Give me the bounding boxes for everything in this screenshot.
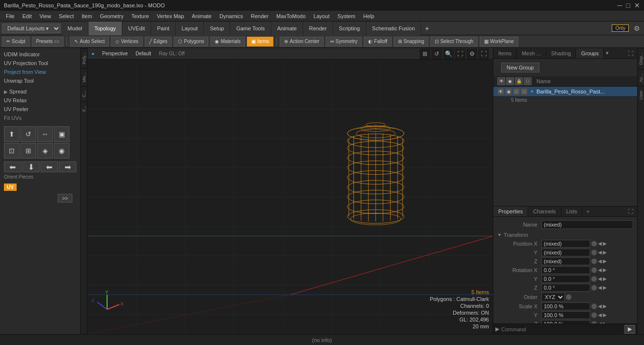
- unwrap-tool[interactable]: Unwrap Tool: [0, 76, 80, 85]
- close-button[interactable]: ✕: [634, 1, 640, 9]
- viewport-ctrl-5[interactable]: ⚙: [466, 48, 477, 59]
- position-y-input[interactable]: [541, 249, 590, 256]
- command-input[interactable]: [501, 326, 624, 332]
- symmetry-button[interactable]: ⇔ Symmetry: [326, 37, 362, 46]
- vtab-poly[interactable]: Poly...: [81, 48, 87, 68]
- scale-x-right[interactable]: ▶: [603, 303, 607, 309]
- rotation-y-left[interactable]: ◀: [598, 276, 602, 281]
- vtab-c[interactable]: C...: [81, 86, 87, 101]
- rotation-y-right[interactable]: ▶: [603, 276, 607, 281]
- menu-edit[interactable]: Edit: [19, 12, 36, 20]
- item-row-barilla[interactable]: 👁 ◉ □ □ + Barilla_Pesto_Rosso_Past...: [493, 87, 637, 97]
- uv-relax[interactable]: UV Relax: [0, 96, 80, 105]
- tab-layout[interactable]: Layout: [176, 22, 204, 35]
- item-icon-1[interactable]: 👁: [497, 88, 504, 95]
- polygons-button[interactable]: ⬡ Polygons: [174, 37, 208, 46]
- tab-topology[interactable]: Topology: [89, 22, 122, 35]
- rotation-y-input[interactable]: [541, 275, 590, 283]
- item-icon-3[interactable]: □: [513, 88, 520, 95]
- minimize-button[interactable]: ─: [618, 1, 622, 9]
- presets-button[interactable]: Presets F6: [32, 37, 64, 46]
- props-tab-lists[interactable]: Lists: [561, 207, 583, 216]
- tab-paint[interactable]: Paint: [151, 22, 176, 35]
- tool-icon-6[interactable]: ⊞: [21, 143, 36, 159]
- vtab-f[interactable]: F...: [81, 101, 87, 115]
- edges-button[interactable]: ╱ Edges: [145, 37, 172, 46]
- rotation-z-input[interactable]: [541, 284, 590, 292]
- scale-y-right[interactable]: ▶: [603, 312, 607, 318]
- position-y-left[interactable]: ◀: [598, 250, 602, 255]
- menu-texture[interactable]: Texture: [128, 12, 153, 20]
- viewport-ctrl-3[interactable]: 🔍: [443, 48, 454, 59]
- add-tab-button[interactable]: +: [421, 22, 433, 35]
- rotation-x-left[interactable]: ◀: [598, 267, 602, 273]
- rotation-x-input[interactable]: [541, 266, 590, 274]
- tab-shading[interactable]: Shading: [546, 48, 576, 58]
- menu-view[interactable]: View: [36, 12, 55, 20]
- rotation-z-dot[interactable]: [591, 285, 597, 291]
- position-z-input[interactable]: [541, 257, 590, 265]
- menu-select[interactable]: Select: [55, 12, 78, 20]
- snapping-button[interactable]: ⊞ Snapping: [394, 37, 428, 46]
- position-y-right[interactable]: ▶: [603, 250, 607, 255]
- position-z-right[interactable]: ▶: [603, 258, 607, 264]
- rotation-y-dot[interactable]: [591, 276, 597, 282]
- vtab-disp[interactable]: Disp...: [638, 48, 644, 69]
- col-icon-render[interactable]: ◉: [506, 77, 514, 85]
- menu-render[interactable]: Render: [247, 12, 272, 20]
- more-button[interactable]: >>: [58, 194, 72, 203]
- scale-y-dot[interactable]: [591, 312, 597, 318]
- viewport-ctrl-4[interactable]: ⛶: [455, 48, 466, 59]
- props-expand[interactable]: ⛶: [624, 207, 637, 216]
- panel-tab-dropdown[interactable]: ▾: [604, 48, 611, 58]
- viewport-ctrl-6[interactable]: ⛶: [478, 48, 489, 59]
- props-tab-channels[interactable]: Channels: [528, 207, 561, 216]
- menu-animate[interactable]: Animate: [188, 12, 215, 20]
- tool-icon-8[interactable]: ◉: [54, 143, 69, 159]
- col-icon-eye[interactable]: 👁: [497, 77, 505, 85]
- tool-icon-5[interactable]: ⊡: [4, 143, 20, 159]
- rotation-z-left[interactable]: ◀: [598, 285, 602, 290]
- tab-model[interactable]: Model: [62, 22, 89, 35]
- project-from-view[interactable]: Project from View: [0, 68, 80, 76]
- scale-x-dot[interactable]: [591, 303, 597, 309]
- tab-scripting[interactable]: Scripting: [333, 22, 366, 35]
- position-y-dot[interactable]: [591, 250, 597, 255]
- menu-file[interactable]: File: [2, 12, 19, 20]
- props-tab-add[interactable]: +: [584, 207, 591, 216]
- scale-z-input[interactable]: [541, 320, 590, 324]
- orient-up[interactable]: ➡: [59, 161, 77, 172]
- auto-select-button[interactable]: ↖ Auto Select: [70, 37, 109, 46]
- viewport-ctrl-1[interactable]: ⊞: [420, 48, 430, 59]
- menu-vertex-map[interactable]: Vertex Map: [153, 12, 188, 20]
- tool-icon-4[interactable]: ▣: [54, 126, 69, 142]
- vertices-button[interactable]: ◇ Vertices: [111, 37, 143, 46]
- position-z-dot[interactable]: [591, 258, 597, 264]
- tab-game-tools[interactable]: Game Tools: [230, 22, 271, 35]
- tab-setup[interactable]: Setup: [204, 22, 230, 35]
- viewport[interactable]: ● Perspective Default Ray GL: Off ⊞ ↺ 🔍 …: [88, 48, 493, 334]
- tool-icon-7[interactable]: ◈: [37, 143, 53, 159]
- maximize-button[interactable]: □: [626, 1, 630, 9]
- select-through-button[interactable]: ⊡ Select Through: [430, 37, 478, 46]
- viewport-ctrl-2[interactable]: ↺: [431, 48, 442, 59]
- menu-item[interactable]: Item: [78, 12, 96, 20]
- falloff-button[interactable]: ◐ Falloff: [364, 37, 392, 46]
- tab-items[interactable]: Items: [493, 48, 517, 58]
- tab-animate[interactable]: Animate: [271, 22, 303, 35]
- tab-render[interactable]: Render: [303, 22, 333, 35]
- workplane-button[interactable]: ▦ WorkPlane: [480, 37, 518, 46]
- orient-down[interactable]: ⬇: [22, 161, 40, 172]
- scale-x-left[interactable]: ◀: [598, 303, 602, 309]
- item-icon-add[interactable]: +: [529, 88, 535, 95]
- transform-section[interactable]: ▼ Transform: [493, 230, 637, 239]
- position-x-input[interactable]: [541, 240, 590, 248]
- position-z-left[interactable]: ◀: [598, 258, 602, 264]
- orient-left[interactable]: ⬅: [4, 161, 22, 172]
- rotation-z-right[interactable]: ▶: [603, 285, 607, 290]
- position-x-left[interactable]: ◀: [598, 241, 602, 246]
- vtab-ac[interactable]: Ac...: [638, 69, 644, 86]
- vtab-me[interactable]: Me...: [81, 68, 87, 86]
- tab-groups[interactable]: Groups: [576, 48, 604, 58]
- menu-layout[interactable]: Layout: [310, 12, 333, 20]
